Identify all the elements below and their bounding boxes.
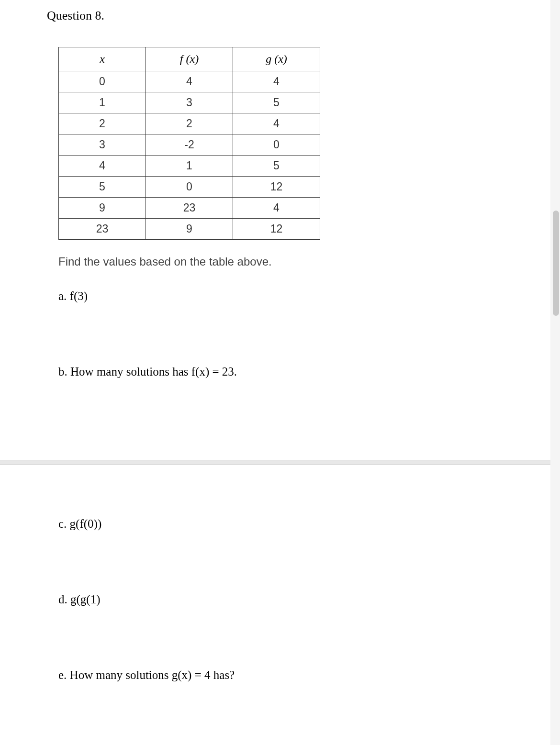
table-row: 3 -2 0 [59,134,320,156]
sub-question-c: c. g(f(0)) [58,517,507,531]
instruction-text: Find the values based on the table above… [58,255,507,268]
cell-fx: 2 [146,113,233,134]
cell-x: 23 [59,219,146,240]
cell-x: 1 [59,92,146,113]
scrollbar-thumb[interactable] [553,211,559,316]
cell-fx: 23 [146,198,233,219]
table-row: 9 23 4 [59,198,320,219]
cell-gx: 4 [233,113,320,134]
cell-fx: 9 [146,219,233,240]
table-row: 5 0 12 [59,177,320,198]
table-row: 1 3 5 [59,92,320,113]
cell-x: 9 [59,198,146,219]
sub-question-d: d. g(g(1) [58,593,507,606]
cell-x: 5 [59,177,146,198]
cell-fx: 4 [146,71,233,92]
cell-fx: 0 [146,177,233,198]
cell-gx: 4 [233,71,320,92]
cell-fx: -2 [146,134,233,156]
table-row: 4 1 5 [59,156,320,177]
header-x: x [59,47,146,71]
page-2: c. g(f(0)) d. g(g(1) e. How many solutio… [0,465,560,739]
cell-x: 2 [59,113,146,134]
sub-question-e: e. How many solutions g(x) = 4 has? [58,668,507,682]
cell-gx: 4 [233,198,320,219]
table-row: 0 4 4 [59,71,320,92]
header-fx: f (x) [146,47,233,71]
cell-fx: 1 [146,156,233,177]
cell-gx: 12 [233,177,320,198]
page-separator [0,460,560,465]
sub-question-b: b. How many solutions has f(x) = 23. [58,365,507,378]
sub-question-a: a. f(3) [58,289,507,303]
table-row: 23 9 12 [59,219,320,240]
table-row: 2 2 4 [59,113,320,134]
cell-x: 3 [59,134,146,156]
function-table: x f (x) g (x) 0 4 4 1 3 5 2 2 4 3 [58,47,320,240]
question-title: Question 8. [47,9,507,23]
cell-gx: 12 [233,219,320,240]
cell-gx: 5 [233,156,320,177]
cell-gx: 0 [233,134,320,156]
cell-fx: 3 [146,92,233,113]
header-gx: g (x) [233,47,320,71]
cell-gx: 5 [233,92,320,113]
cell-x: 4 [59,156,146,177]
table-header-row: x f (x) g (x) [59,47,320,71]
scrollbar-track[interactable] [550,0,560,739]
page-1: Question 8. x f (x) g (x) 0 4 4 1 3 5 2 … [0,0,560,460]
cell-x: 0 [59,71,146,92]
